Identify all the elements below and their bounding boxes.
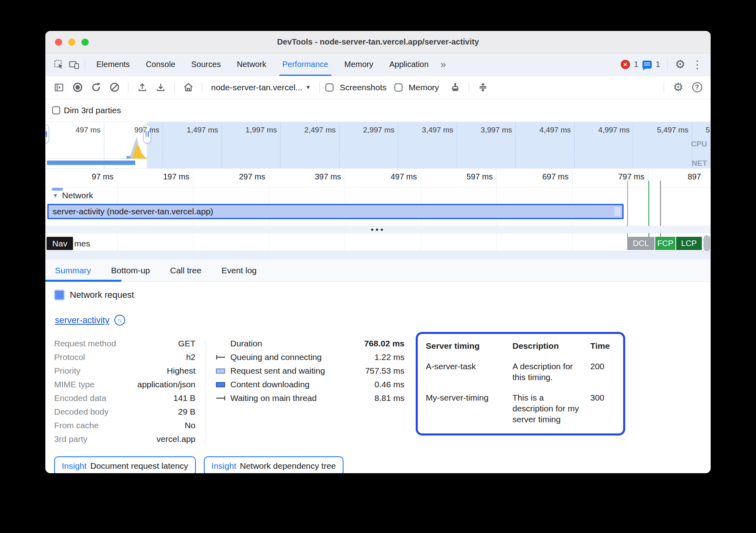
- insight-document-request-latency-button[interactable]: Insight Document request latency: [54, 456, 196, 473]
- timeline-overview[interactable]: CPU NET 497 ms997 ms1,497 ms1,997 ms2,49…: [45, 122, 711, 169]
- timing-label: Queuing and connecting: [230, 350, 374, 364]
- overview-tick-partial: 5: [705, 126, 710, 134]
- reload-and-record-icon[interactable]: [88, 79, 104, 96]
- download-profile-icon[interactable]: [152, 79, 169, 96]
- network-track-label: Network: [62, 191, 93, 200]
- tab-console[interactable]: Console: [138, 53, 183, 76]
- divider: [174, 82, 175, 93]
- request-link[interactable]: server-activity: [55, 315, 110, 325]
- toggle-sidebar-icon[interactable]: [51, 79, 67, 96]
- upload-profile-icon[interactable]: [134, 79, 150, 96]
- scrollbar-thumb[interactable]: [703, 235, 710, 251]
- close-window-button[interactable]: [55, 39, 62, 46]
- insight-buttons: Insight Document request latency Insight…: [54, 456, 701, 473]
- timeline-tick: 797 ms: [618, 172, 644, 181]
- divider: [319, 82, 320, 93]
- summary-panel: Network request server-activity ↑↓ Reque…: [45, 282, 711, 473]
- dim-third-parties-label: Dim 3rd parties: [64, 106, 121, 115]
- property-row: Request methodGET: [54, 337, 195, 350]
- insight-network-dependency-tree-button[interactable]: Insight Network dependency tree: [204, 456, 343, 473]
- inspect-element-icon[interactable]: [51, 57, 66, 72]
- property-label: MIME type: [54, 378, 94, 391]
- timing-label: Request sent and waiting: [230, 364, 365, 378]
- cpu-label: CPU: [691, 140, 707, 149]
- property-label: Decoded body: [54, 405, 108, 419]
- maximize-window-button[interactable]: [81, 39, 89, 46]
- tab-application[interactable]: Application: [381, 53, 437, 76]
- lcp-marker-badge[interactable]: LCP: [676, 237, 702, 250]
- garbage-collect-icon[interactable]: [447, 79, 463, 96]
- overview-left-handle[interactable]: [45, 124, 49, 143]
- perf-settings-gear-icon[interactable]: ⚙: [673, 81, 683, 93]
- timing-row: Request sent and waiting 757.53 ms: [216, 364, 404, 378]
- property-value: No: [185, 419, 195, 432]
- overview-tick: 997 ms: [134, 126, 159, 134]
- reveal-in-network-icon[interactable]: ↑↓: [114, 315, 125, 325]
- error-count: 1: [634, 60, 638, 69]
- tab-call-tree[interactable]: Call tree: [170, 266, 201, 275]
- overview-tick: 4,497 ms: [539, 126, 571, 134]
- tab-network[interactable]: Network: [229, 53, 274, 76]
- issues-icon[interactable]: [642, 61, 652, 69]
- tab-summary[interactable]: Summary: [55, 266, 91, 275]
- timeline-tracks[interactable]: ▼ Network server-activity (node-server-t…: [45, 169, 711, 259]
- disclosure-triangle-icon[interactable]: ▼: [53, 192, 58, 199]
- overflow-dots: •••: [371, 228, 385, 232]
- timeline-tick: 97 ms: [92, 172, 114, 181]
- device-toolbar-icon[interactable]: [66, 57, 81, 72]
- insight-prefix: Insight: [62, 461, 87, 471]
- property-row: Decoded body29 B: [54, 405, 195, 419]
- timeline-tick: 497 ms: [390, 172, 417, 181]
- screenshots-checkbox[interactable]: [325, 83, 333, 92]
- time-header: Time: [590, 340, 615, 351]
- track-separator[interactable]: •••: [45, 226, 711, 233]
- network-track-header[interactable]: ▼ Network: [53, 191, 93, 200]
- request-properties: Request methodGET Protocolh2 PriorityHig…: [54, 337, 195, 446]
- tab-bottom-up[interactable]: Bottom-up: [111, 266, 150, 275]
- tab-memory[interactable]: Memory: [336, 53, 381, 76]
- track-resize-handle[interactable]: [52, 188, 63, 191]
- property-label: 3rd party: [54, 432, 87, 446]
- divider: [664, 82, 664, 93]
- property-row: Encoded data141 B: [54, 391, 195, 405]
- record-icon[interactable]: [69, 79, 85, 96]
- clear-icon[interactable]: [106, 79, 122, 96]
- help-icon[interactable]: ?: [689, 79, 705, 96]
- overview-tick: 4,997 ms: [598, 126, 630, 134]
- overview-tick: 2,497 ms: [304, 126, 335, 134]
- status-badges: × 1 1 ⚙ ⋮: [621, 58, 705, 71]
- property-label: Protocol: [54, 350, 85, 364]
- property-row: 3rd partyvercel.app: [54, 432, 195, 446]
- more-tabs-icon[interactable]: »: [437, 59, 450, 70]
- property-value: Highest: [167, 364, 195, 378]
- frames-track-label: mes: [74, 239, 90, 248]
- minimize-window-button[interactable]: [68, 39, 75, 46]
- dcl-marker-badge[interactable]: DCL: [627, 237, 654, 250]
- memory-checkbox[interactable]: [394, 83, 402, 92]
- property-value: 29 B: [178, 405, 195, 419]
- target-selector-dropdown[interactable]: node-server-tan.vercel...▼: [211, 83, 311, 92]
- collapse-sections-icon[interactable]: [475, 79, 491, 96]
- error-icon[interactable]: ×: [621, 60, 630, 69]
- divider: [85, 59, 85, 70]
- settings-gear-icon[interactable]: ⚙: [675, 59, 685, 70]
- timing-value: 1.22 ms: [374, 350, 404, 364]
- tab-elements[interactable]: Elements: [88, 53, 138, 76]
- net-track-divider: [45, 159, 711, 159]
- tab-performance[interactable]: Performance: [274, 53, 337, 76]
- tab-event-log[interactable]: Event log: [222, 266, 257, 275]
- overview-tick: 5,497 ms: [657, 126, 688, 134]
- kebab-menu-icon[interactable]: ⋮: [689, 58, 705, 71]
- home-icon[interactable]: [180, 79, 196, 96]
- overview-tick: 3,997 ms: [481, 126, 512, 134]
- network-request-bar[interactable]: server-activity (node-server-tan.vercel.…: [47, 204, 624, 219]
- overview-tick: 2,997 ms: [363, 126, 394, 134]
- dim-third-parties-checkbox[interactable]: [52, 106, 60, 114]
- server-timing-name: My-server-timing: [426, 392, 507, 425]
- dropdown-caret-icon: ▼: [306, 84, 311, 90]
- server-timing-header: Server timing: [426, 340, 507, 351]
- property-value: application/json: [137, 378, 195, 391]
- tab-sources[interactable]: Sources: [183, 53, 229, 76]
- fcp-marker-badge[interactable]: FCP: [655, 237, 675, 250]
- server-timing-description: A description for this timing.: [512, 361, 585, 382]
